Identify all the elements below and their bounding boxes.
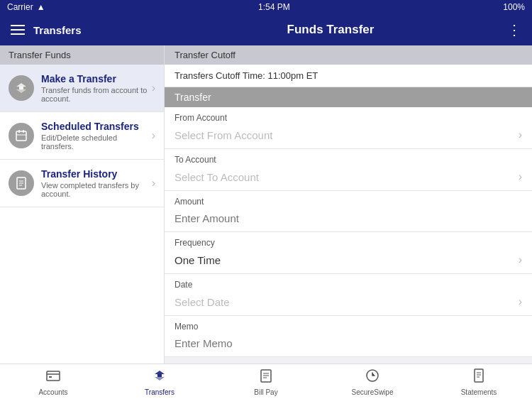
transfers-tab-label: Transfers [145,388,174,396]
date-row[interactable]: Select Date › [165,291,532,315]
status-bar-time: 1:54 PM [258,2,290,12]
history-chevron: › [152,177,155,190]
statements-icon [471,368,487,387]
right-panel: Transfer Cutoff Transfers Cutoff Time: 1… [165,45,532,364]
from-account-label: From Account [165,107,532,124]
transfers-icon [152,368,167,387]
amount-input[interactable] [174,212,522,224]
tab-accounts[interactable]: Accounts [0,368,106,396]
make-transfer-subtitle: Transfer funds from account to account. [41,86,152,103]
header-center-title: Funds Transfer [165,23,497,37]
sidebar-item-make-transfer[interactable]: Make a Transfer Transfer funds from acco… [0,65,164,112]
tab-bill-pay[interactable]: Bill Pay [213,368,319,396]
frequency-label: Frequency [165,232,532,249]
statements-tab-label: Statements [461,388,497,396]
memo-label: Memo [165,316,532,333]
wifi-icon: ▲ [37,2,45,12]
tab-statements[interactable]: Statements [426,368,532,396]
status-bar-right: 100% [503,2,525,12]
from-account-chevron: › [519,129,522,141]
svg-rect-10 [49,376,52,378]
tab-secureswipe[interactable]: SecureSwipe [319,368,426,396]
date-chevron: › [519,295,522,308]
history-content: Transfer History View completed transfer… [41,168,152,198]
header-right: ⋮ [497,21,532,38]
secureswipe-icon [365,368,380,387]
accounts-icon [45,368,61,387]
from-account-row[interactable]: Select From Account › [165,124,532,148]
accounts-tab-label: Accounts [38,388,67,396]
memo-row [165,333,532,356]
from-account-group: From Account Select From Account › [165,107,532,149]
sidebar-item-history[interactable]: Transfer History View completed transfer… [0,160,164,207]
cutoff-section-header: Transfer Cutoff [165,45,532,65]
scheduled-title: Scheduled Transfers [41,121,152,132]
transfer-section-header: Transfer [165,87,532,107]
carrier-label: Carrier [7,2,33,12]
svg-rect-8 [47,371,60,381]
history-subtitle: View completed transfers by account. [41,181,152,198]
date-group: Date Select Date › [165,274,532,316]
to-account-value: Select To Account [174,171,519,183]
frequency-group: Frequency One Time › [165,232,532,274]
hamburger-icon[interactable] [11,25,25,35]
history-title: Transfer History [41,168,152,180]
scheduled-subtitle: Edit/Delete scheduled transfers. [41,133,152,151]
app-header: Transfers Funds Transfer ⋮ [0,14,532,45]
make-transfer-content: Make a Transfer Transfer funds from acco… [41,73,152,103]
from-account-value: Select From Account [174,129,519,141]
frequency-row[interactable]: One Time › [165,249,532,273]
frequency-chevron: › [519,253,522,266]
scheduled-chevron: › [152,129,155,142]
cutoff-time-text: Transfers Cutoff Time: 11:00pm ET [165,65,532,87]
date-label: Date [165,274,532,291]
more-icon[interactable]: ⋮ [507,21,521,38]
billpay-tab-label: Bill Pay [254,388,277,396]
to-account-row[interactable]: Select To Account › [165,166,532,190]
to-account-chevron: › [519,170,522,183]
make-transfer-chevron: › [152,82,155,94]
to-account-group: To Account Select To Account › [165,149,532,191]
battery-label: 100% [503,2,525,12]
amount-row [165,208,532,231]
date-value: Select Date [174,296,519,308]
status-bar-left: Carrier ▲ [7,2,45,12]
svg-rect-0 [16,131,26,141]
scheduled-icon [9,123,34,148]
sidebar-item-scheduled[interactable]: Scheduled Transfers Edit/Delete schedule… [0,112,164,160]
make-transfer-icon [9,75,34,101]
history-icon [9,170,34,196]
sidebar: Transfer Funds Make a Transfer Transfer … [0,45,165,364]
main-layout: Transfer Funds Make a Transfer Transfer … [0,45,532,364]
status-bar: Carrier ▲ 1:54 PM 100% [0,0,532,14]
header-left-title: Transfers [33,24,82,36]
secureswipe-tab-label: SecureSwipe [352,388,394,396]
billpay-icon [258,368,274,387]
memo-group: Memo [165,316,532,357]
header-left: Transfers [0,24,165,36]
scheduled-content: Scheduled Transfers Edit/Delete schedule… [41,121,152,151]
frequency-value: One Time [174,254,519,266]
svg-rect-16 [475,369,483,382]
transfer-btn-container: Transfer [165,357,532,364]
make-transfer-title: Make a Transfer [41,73,152,84]
tab-transfers[interactable]: Transfers [106,368,213,396]
memo-input[interactable] [174,337,522,349]
amount-group: Amount [165,191,532,232]
tab-bar: Accounts Transfers Bill Pay [0,364,532,399]
to-account-label: To Account [165,149,532,166]
amount-label: Amount [165,191,532,208]
sidebar-header: Transfer Funds [0,45,164,65]
